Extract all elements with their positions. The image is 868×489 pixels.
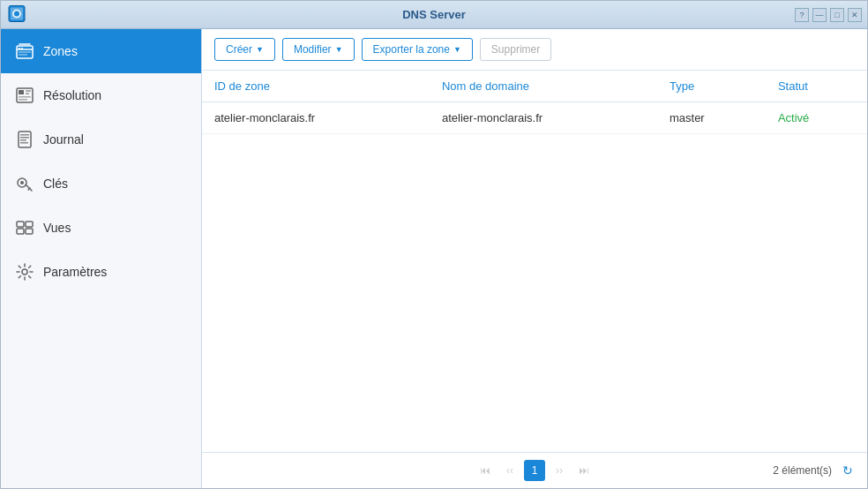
modifier-chevron: ▼ (335, 45, 343, 54)
svg-rect-11 (19, 96, 31, 98)
svg-rect-22 (17, 229, 24, 234)
exporter-chevron: ▼ (453, 45, 461, 54)
refresh-button[interactable]: ↻ (839, 462, 857, 479)
close-btn[interactable]: ✕ (848, 8, 862, 22)
modifier-button[interactable]: Modifier ▼ (282, 38, 355, 61)
supprimer-button[interactable]: Supprimer (480, 38, 551, 61)
svg-rect-10 (26, 93, 29, 94)
svg-rect-23 (26, 229, 33, 234)
app-icon (8, 4, 26, 25)
resolution-icon (15, 86, 34, 105)
svg-rect-20 (17, 222, 24, 227)
sidebar-label-vues: Vues (43, 221, 71, 235)
toolbar: Créer ▼ Modifier ▼ Exporter la zone ▼ Su… (202, 29, 867, 71)
svg-rect-14 (20, 134, 29, 136)
sidebar-label-resolution: Résolution (43, 88, 101, 102)
page-1-btn[interactable]: 1 (524, 460, 545, 481)
sidebar: Zones Résolution (1, 29, 202, 488)
help-btn[interactable]: ? (795, 8, 809, 22)
content-area: Créer ▼ Modifier ▼ Exporter la zone ▼ Su… (202, 29, 867, 488)
next-page-btn[interactable]: ›› (549, 460, 570, 481)
zones-table: ID de zone Nom de domaine Type Statut at… (202, 71, 867, 134)
col-nom-domaine: Nom de domaine (430, 71, 657, 102)
cell-statut: Activé (766, 102, 867, 134)
col-id-zone: ID de zone (202, 71, 430, 102)
vues-icon (15, 218, 34, 237)
creer-chevron: ▼ (256, 45, 264, 54)
sidebar-item-vues[interactable]: Vues (1, 206, 201, 250)
svg-point-19 (20, 181, 24, 184)
creer-button[interactable]: Créer ▼ (214, 38, 275, 61)
sidebar-item-parametres[interactable]: Paramètres (1, 250, 201, 294)
journal-icon (15, 130, 34, 149)
svg-rect-21 (26, 222, 33, 227)
sidebar-label-parametres: Paramètres (43, 265, 107, 279)
cles-icon (15, 174, 34, 193)
cell-type: master (657, 102, 766, 134)
svg-rect-17 (20, 142, 28, 144)
window-controls: ? — □ ✕ (795, 8, 862, 22)
exporter-button[interactable]: Exporter la zone ▼ (362, 38, 473, 61)
sidebar-label-journal: Journal (43, 132, 84, 147)
sidebar-item-resolution[interactable]: Résolution (1, 73, 201, 117)
prev-page-btn[interactable]: ‹‹ (499, 460, 520, 481)
table-area: ID de zone Nom de domaine Type Statut at… (202, 71, 867, 452)
col-type: Type (657, 71, 766, 102)
sidebar-label-cles: Clés (43, 177, 68, 191)
svg-rect-15 (20, 137, 29, 139)
minimize-btn[interactable]: — (812, 8, 827, 22)
elements-count: 2 élément(s) (773, 464, 832, 477)
sidebar-label-zones: Zones (43, 44, 78, 58)
sidebar-item-cles[interactable]: Clés (1, 162, 201, 206)
main-window: DNS Server ? — □ ✕ (0, 0, 868, 489)
titlebar: DNS Server ? — □ ✕ (1, 1, 867, 29)
maximize-btn[interactable]: □ (830, 8, 844, 22)
svg-point-3 (14, 11, 19, 16)
svg-rect-5 (19, 48, 20, 49)
col-statut: Statut (766, 71, 867, 102)
svg-point-24 (22, 269, 27, 275)
svg-rect-9 (26, 90, 31, 92)
table-row[interactable]: atelier-monclarais.fr atelier-monclarais… (202, 102, 867, 134)
cell-nom-domaine: atelier-monclarais.fr (430, 102, 657, 134)
cell-id-zone: atelier-monclarais.fr (202, 102, 430, 134)
svg-rect-8 (19, 90, 24, 94)
sidebar-item-zones[interactable]: Zones (1, 29, 201, 73)
last-page-btn[interactable]: ⏭ (573, 460, 595, 481)
zones-icon (15, 41, 34, 61)
window-title: DNS Server (402, 8, 466, 21)
parametres-icon (15, 262, 34, 282)
svg-rect-12 (19, 99, 27, 101)
first-page-btn[interactable]: ⏮ (475, 460, 496, 481)
sidebar-item-journal[interactable]: Journal (1, 117, 201, 162)
pagination: ⏮ ‹‹ 1 ›› ⏭ 2 élément(s) ↻ (202, 452, 867, 488)
main-layout: Zones Résolution (1, 29, 867, 488)
svg-rect-6 (21, 48, 23, 49)
svg-rect-16 (20, 139, 26, 141)
